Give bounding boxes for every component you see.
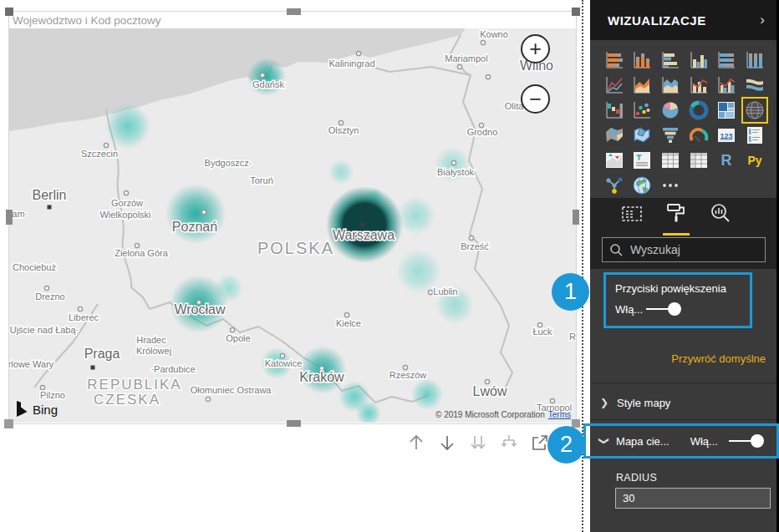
tab-analytics[interactable]	[710, 202, 731, 236]
bing-logo[interactable]: Bing	[16, 401, 58, 418]
viz-icon-stacked-column-chart[interactable]	[632, 50, 652, 70]
viz-icon-shape-map[interactable]	[632, 125, 652, 145]
resize-handle-top[interactable]	[287, 8, 301, 15]
viz-icon-gauge[interactable]	[689, 125, 709, 145]
viz-icon-more-options[interactable]	[660, 175, 680, 195]
viz-icon-table[interactable]	[660, 150, 680, 170]
viz-icon-key-influencers[interactable]	[604, 175, 624, 195]
viz-icon-ribbon-chart[interactable]	[745, 75, 765, 95]
viz-icon-stacked-area-chart[interactable]	[660, 75, 680, 95]
divider	[590, 383, 776, 383]
viz-icon-scatter-chart[interactable]	[632, 100, 652, 120]
zoom-buttons-toggle[interactable]	[646, 302, 681, 316]
search-input[interactable]	[630, 243, 756, 256]
annotation-step-2: 2	[547, 426, 585, 464]
map-city-label: Liberec	[69, 312, 99, 322]
baltic-sea	[9, 28, 466, 131]
viz-icon-area-chart[interactable]	[632, 75, 652, 95]
drill-down-icon[interactable]	[437, 433, 457, 453]
city-marker	[486, 74, 490, 79]
map-city-label: Kielce	[336, 318, 361, 328]
fields-tab-icon	[621, 204, 643, 224]
viz-icon-pie-chart[interactable]	[660, 100, 680, 120]
viz-icon-r-script[interactable]: R	[716, 150, 736, 170]
expand-all-down-icon[interactable]	[499, 433, 519, 453]
viz-icon-100-stacked-bar-chart[interactable]	[716, 50, 736, 70]
viz-icon-treemap[interactable]	[716, 100, 736, 120]
city-marker	[280, 353, 284, 357]
city-marker	[344, 312, 349, 317]
go-to-next-level-icon[interactable]	[468, 433, 488, 453]
resize-handle-left[interactable]	[6, 210, 13, 225]
tab-fields[interactable]	[621, 204, 643, 236]
map-city-label: Opole	[226, 333, 250, 343]
collapse-pane-icon[interactable]: ›	[760, 12, 765, 28]
resize-handle-top-left[interactable]	[5, 8, 13, 16]
viz-icon-card[interactable]: 123	[716, 125, 736, 145]
pane-title: WIZUALIZACJE	[608, 13, 706, 28]
analytics-magnifier-icon	[710, 202, 731, 224]
map-zoom-in-button[interactable]: +	[521, 34, 550, 63]
map-copyright: © 2019 Microsoft CorporationTerms	[435, 410, 571, 419]
radius-input[interactable]	[615, 488, 771, 509]
heat-spot	[247, 58, 286, 96]
resize-handle-bottom[interactable]	[287, 420, 301, 427]
format-properties: Przyciski powiększenia Włą... Przywróć d…	[590, 269, 776, 532]
viz-icon-map[interactable]	[745, 100, 765, 120]
city-marker	[104, 143, 108, 147]
zoom-buttons-card: Przyciski powiększenia Włą...	[603, 272, 752, 328]
viz-icon-filled-map[interactable]	[604, 125, 624, 145]
viz-icon-line-chart[interactable]	[604, 75, 624, 95]
resize-handle-bottom-left[interactable]	[4, 419, 13, 428]
viz-icon-waterfall-chart[interactable]	[604, 100, 624, 120]
map-city-label: Ujście nad Łabą·	[10, 325, 79, 335]
map-city-label: Ołomuniec	[191, 385, 235, 395]
restore-defaults-link[interactable]: Przywróć domyślne	[671, 352, 766, 365]
svg-text:Py: Py	[748, 154, 762, 167]
city-marker	[260, 73, 264, 77]
viz-icon-clustered-column-chart[interactable]	[689, 50, 709, 70]
viz-icon-slicer[interactable]	[632, 150, 652, 170]
map-visual[interactable]: Województwo i Kod pocztowy	[8, 11, 577, 424]
city-marker	[44, 286, 48, 290]
city-marker	[356, 51, 360, 55]
resize-handle-right[interactable]	[573, 210, 579, 225]
drill-up-icon[interactable]	[406, 433, 426, 453]
search-box[interactable]	[602, 237, 766, 262]
viz-icon-funnel[interactable]	[660, 125, 680, 145]
bing-map[interactable]: KaliningradKownoMariampolWilnoOlitaGrodn…	[9, 28, 576, 423]
map-styles-section[interactable]: ❯ Style mapy	[590, 386, 776, 419]
visual-types-grid: 123RPy	[590, 40, 776, 198]
map-city-label: Bydgoszcz·	[205, 158, 252, 168]
heat-map-section[interactable]: ❯ Mapa cie... Włą...	[583, 423, 779, 459]
map-city-label: Gdańsk	[252, 79, 284, 89]
terms-link[interactable]: Terms	[548, 410, 571, 419]
viz-icon-line-and-stacked-column-chart[interactable]	[689, 75, 709, 95]
viz-icon-donut-chart[interactable]	[689, 100, 709, 120]
viz-icon-clustered-bar-chart[interactable]	[660, 50, 680, 70]
map-country-label: POLSKA	[257, 239, 334, 257]
viz-icon-100-stacked-column-chart[interactable]	[745, 50, 765, 70]
viz-icon-arcgis-map[interactable]	[632, 175, 652, 195]
viz-icon-python-script[interactable]: Py	[745, 150, 765, 170]
search-row	[590, 236, 776, 269]
resize-handle-top-right[interactable]	[572, 8, 580, 16]
viz-icon-multi-row-card[interactable]	[745, 125, 765, 145]
map-zoom-out-button[interactable]: −	[521, 84, 550, 114]
map-city-label: Rów	[569, 332, 576, 342]
heat-map-toggle[interactable]	[729, 434, 764, 448]
viz-icon-kpi[interactable]	[604, 150, 624, 170]
map-styles-label: Style mapy	[617, 397, 670, 409]
map-city-label: Królowej	[136, 346, 171, 356]
viz-icon-line-and-clustered-column-chart[interactable]	[716, 75, 736, 95]
city-marker	[451, 160, 456, 165]
viz-icon-matrix[interactable]	[689, 150, 709, 170]
viz-icon-stacked-bar-chart[interactable]	[604, 50, 624, 70]
city-marker	[135, 243, 139, 247]
city-marker	[469, 236, 473, 240]
map-city-label: Pilzno	[40, 390, 65, 400]
map-city-label: Wielkopolski	[99, 210, 150, 220]
city-marker	[481, 40, 485, 44]
map-city-label: Kraków	[299, 370, 344, 384]
tab-format[interactable]	[665, 202, 687, 236]
